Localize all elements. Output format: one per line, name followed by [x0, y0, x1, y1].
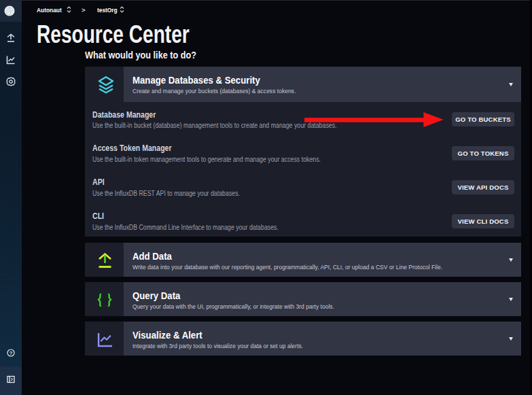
svg-text:?: ? — [10, 350, 13, 356]
